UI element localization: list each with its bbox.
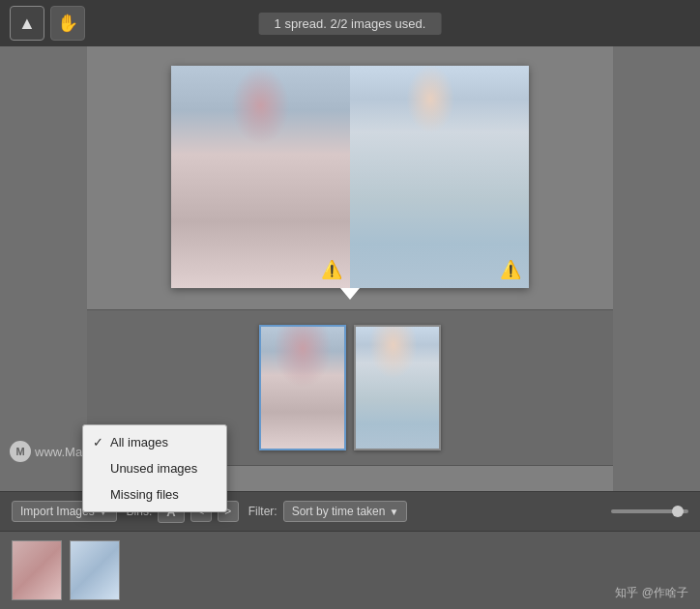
tray-thumb-1[interactable] — [12, 540, 62, 600]
top-toolbar: ▲ ✋ 1 spread. 2/2 images used. — [0, 0, 700, 46]
image-tray — [0, 532, 700, 609]
zoom-slider-container — [611, 509, 688, 513]
bride-photo — [171, 66, 350, 288]
tray-thumb-2[interactable] — [70, 540, 120, 600]
groom-photo — [350, 66, 529, 288]
spread-page[interactable]: ⚠️ ⚠️ — [171, 66, 529, 288]
spread-container: ⚠️ ⚠️ — [147, 66, 553, 300]
left-panel: M www.MacDown.com — [0, 46, 87, 491]
dropdown-item-all-images[interactable]: All images — [83, 429, 226, 455]
status-text: 1 spread. 2/2 images used. — [275, 16, 426, 31]
left-warning-badge: ⚠️ — [321, 259, 342, 280]
filter-label: Filter: — [248, 505, 277, 518]
spread-right-image[interactable]: ⚠️ — [350, 66, 529, 288]
right-warning-badge: ⚠️ — [500, 259, 521, 280]
hand-icon: ✋ — [57, 13, 78, 34]
tray-thumb-1-img — [13, 541, 61, 599]
filter-control-group: Filter: Sort by time taken ▼ — [248, 501, 408, 522]
import-dropdown-menu: All images Unused images Missing files — [82, 424, 227, 512]
right-panel — [613, 46, 700, 491]
filter-dropdown[interactable]: Sort by time taken ▼ — [283, 501, 408, 522]
spread-left-image[interactable]: ⚠️ — [171, 66, 350, 288]
watermark-logo: M — [10, 441, 31, 462]
status-bar: 1 spread. 2/2 images used. — [259, 13, 442, 35]
filter-dropdown-arrow: ▼ — [389, 507, 398, 517]
select-tool-button[interactable]: ▲ — [10, 6, 44, 41]
zoom-slider[interactable] — [611, 509, 688, 513]
zoom-slider-thumb[interactable] — [672, 506, 684, 517]
bottom-toolbar: Import Images ▼ Bins: A < > Filter: Sort… — [0, 491, 700, 609]
select-icon: ▲ — [18, 14, 36, 34]
dropdown-item-missing-files[interactable]: Missing files — [83, 481, 226, 508]
tray-thumb-2-img — [71, 541, 119, 599]
thumb-bride-photo — [261, 327, 344, 449]
thumbnail-1[interactable] — [259, 325, 346, 450]
thumb-groom-photo — [356, 327, 439, 449]
dropdown-item-unused-images[interactable]: Unused images — [83, 455, 226, 481]
thumbnail-2[interactable] — [354, 325, 441, 450]
spread-pointer — [340, 288, 360, 300]
hand-tool-button[interactable]: ✋ — [50, 6, 85, 41]
filter-value: Sort by time taken — [292, 505, 386, 518]
